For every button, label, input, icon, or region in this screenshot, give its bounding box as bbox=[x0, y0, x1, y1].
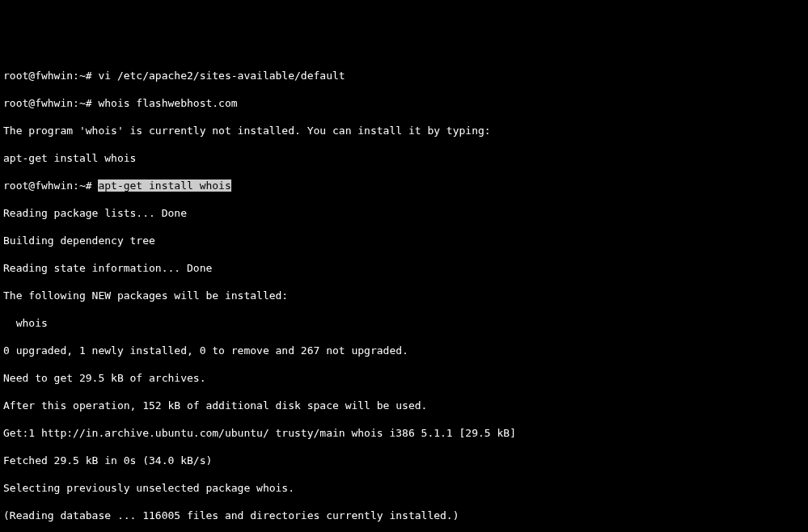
terminal-line: The program 'whois' is currently not ins… bbox=[3, 124, 805, 137]
terminal-line: Fetched 29.5 kB in 0s (34.0 kB/s) bbox=[3, 454, 805, 467]
terminal-line: Selecting previously unselected package … bbox=[3, 481, 805, 495]
terminal-line: (Reading database ... 116005 files and d… bbox=[3, 509, 805, 522]
command-text-highlighted: apt-get install whois bbox=[98, 179, 231, 192]
terminal-line: Need to get 29.5 kB of archives. bbox=[3, 371, 805, 385]
terminal-line: 0 upgraded, 1 newly installed, 0 to remo… bbox=[3, 344, 805, 357]
terminal-line: root@fwhwin:~# whois flashwebhost.com bbox=[3, 96, 805, 110]
terminal-line: Building dependency tree bbox=[3, 234, 805, 247]
terminal-line: Get:1 http://in.archive.ubuntu.com/ubunt… bbox=[3, 426, 805, 440]
terminal-line: root@fwhwin:~# apt-get install whois bbox=[3, 179, 805, 192]
terminal-line: The following NEW packages will be insta… bbox=[3, 289, 805, 302]
terminal-window[interactable]: root@fwhwin:~# vi /etc/apache2/sites-ava… bbox=[0, 55, 808, 532]
command-text: whois flashwebhost.com bbox=[98, 97, 237, 109]
terminal-line: root@fwhwin:~# vi /etc/apache2/sites-ava… bbox=[3, 69, 805, 82]
terminal-line: Reading package lists... Done bbox=[3, 206, 805, 220]
terminal-line: whois bbox=[3, 316, 805, 330]
terminal-line: Reading state information... Done bbox=[3, 261, 805, 275]
terminal-line: After this operation, 152 kB of addition… bbox=[3, 399, 805, 412]
shell-prompt: root@fwhwin:~# bbox=[3, 97, 98, 109]
shell-prompt: root@fwhwin:~# bbox=[3, 179, 98, 192]
terminal-line: apt-get install whois bbox=[3, 151, 805, 165]
